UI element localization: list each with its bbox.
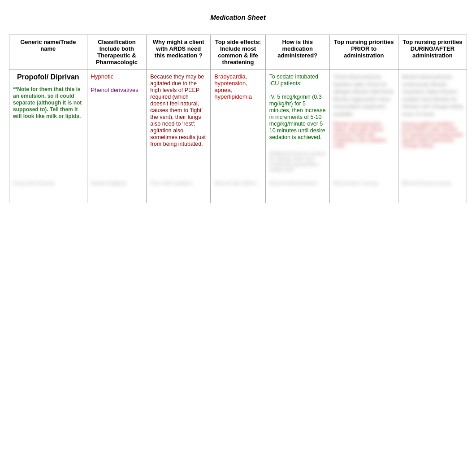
- how-blurred: Blurred administration: [269, 180, 326, 187]
- header-why: Why might a client with ARDS need this m…: [147, 35, 211, 70]
- drug-name-cell: Propofol/ Diprivan **Note for them that …: [9, 70, 87, 176]
- page-container: Medication Sheet Generic name/Trade name…: [0, 0, 476, 449]
- table-row: Propofol/ Diprivan **Note for them that …: [9, 70, 467, 176]
- why-cell: Because they may be agitated due to the …: [147, 70, 211, 176]
- prior-cell-2: Blurred prior nursing: [329, 176, 398, 203]
- prior-blurred-extra: Monitor hemodynamic status vital signs b…: [333, 121, 394, 148]
- side-blurred: Blurred side effects: [214, 180, 262, 187]
- prior-blurred-2: Blurred prior nursing: [333, 180, 394, 187]
- side-cell-2: Blurred side effects: [211, 176, 266, 203]
- during-cell: Monitor blood pressure continuously Moni…: [398, 70, 467, 176]
- drug-name: Propofol/ Diprivan: [13, 73, 83, 81]
- page-title: Medication Sheet: [9, 9, 467, 26]
- prior-blurred: Check blood pressure baseline vitals Che…: [333, 73, 394, 118]
- how-text-1: To sedate intubated ICU patients:: [269, 74, 318, 87]
- medication-table: Generic name/Trade name Classification I…: [9, 35, 467, 203]
- why-text: Because they may be agitated due to the …: [150, 74, 206, 147]
- classification-cell-2: Opioid analgesic: [87, 176, 147, 203]
- classification-hypnotic: Hypnotic: [91, 73, 114, 80]
- header-classification: Classification Include both Therapeutic …: [87, 35, 147, 70]
- why-cell-2: Pain relief sedation: [147, 176, 211, 203]
- during-blurred-2: Blurred during nursing: [402, 180, 463, 187]
- how-cell-2: Blurred administration: [265, 176, 329, 203]
- how-cell: To sedate intubated ICU patients: IV, 5 …: [265, 70, 329, 176]
- how-text-2: IV, 5 mcg/kg/min (0.3 mg/kg/hr) for 5 mi…: [269, 94, 326, 140]
- header-prior: Top nursing priorities PRIOR to administ…: [329, 35, 398, 70]
- header-side-effects: Top side effects: Include most common & …: [211, 35, 266, 70]
- table-row: Drug name blurred Opioid analgesic Pain …: [9, 176, 467, 203]
- drug-name-cell-2: Drug name blurred: [9, 176, 87, 203]
- why-blurred: Pain relief sedation: [150, 180, 207, 187]
- during-blurred: Monitor blood pressure continuously Moni…: [402, 73, 463, 118]
- during-blurred-extra: Assess patient sedation level RASS scale…: [402, 121, 463, 148]
- classification-phenol: Phenol derivatives: [91, 87, 138, 93]
- during-cell-2: Blurred during nursing: [398, 176, 467, 203]
- classification-cell: Hypnotic Phenol derivatives: [87, 70, 147, 176]
- drug-note: **Note for them that this is an emulsion…: [13, 86, 82, 119]
- side-effects-cell: Bradycardia, hypotension, apnea, hyperli…: [211, 70, 266, 176]
- drug-name-blurred: Drug name blurred: [13, 180, 83, 187]
- header-how: How is this medication administered?: [265, 35, 329, 70]
- header-during: Top nursing priorities DURING/AFTER admi…: [398, 35, 467, 70]
- classification-blurred: Opioid analgesic: [91, 180, 143, 187]
- how-blurred: Additional blurred content for dosing no…: [269, 151, 326, 172]
- header-generic: Generic name/Trade name: [9, 35, 87, 70]
- prior-cell: Check blood pressure baseline vitals Che…: [329, 70, 398, 176]
- side-effects-text: Bradycardia, hypotension, apnea, hyperli…: [214, 73, 252, 100]
